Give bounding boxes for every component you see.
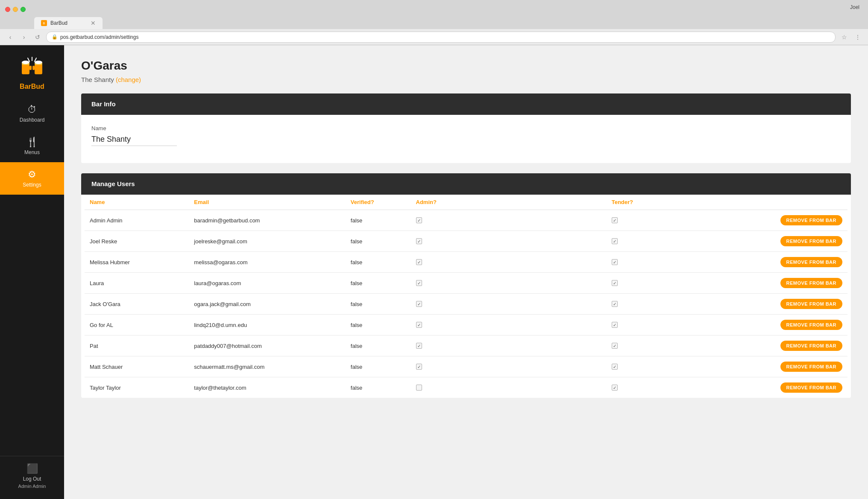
browser-titlebar: Joel — [0, 0, 868, 15]
sidebar: BarBud ⏱ Dashboard 🍴 Menus ⚙ Settings ⬛ … — [0, 45, 64, 499]
barbud-logo-icon — [18, 54, 46, 81]
tender-checkbox[interactable]: ✓ — [612, 385, 618, 391]
minimize-window-button[interactable] — [13, 7, 18, 12]
manage-users-header: Manage Users — [81, 173, 851, 195]
remove-from-bar-button[interactable]: REMOVE FROM BAR — [780, 362, 843, 372]
user-admin-cell: ✓ — [411, 336, 607, 356]
venue-name: The Shanty — [81, 76, 114, 83]
browser-tab-active[interactable]: B BarBud ✕ — [34, 17, 103, 29]
col-header-verified: Verified? — [346, 195, 411, 210]
remove-from-bar-button[interactable]: REMOVE FROM BAR — [780, 299, 843, 309]
app-container: BarBud ⏱ Dashboard 🍴 Menus ⚙ Settings ⬛ … — [0, 45, 868, 499]
user-action-cell: REMOVE FROM BAR — [737, 315, 847, 336]
col-header-admin: Admin? — [411, 195, 607, 210]
user-verified-cell: false — [346, 252, 411, 273]
tender-checkbox[interactable]: ✓ — [612, 280, 618, 286]
bar-info-body: Name — [81, 115, 851, 163]
user-name-cell: Laura — [85, 273, 189, 294]
tender-checkbox[interactable]: ✓ — [612, 343, 618, 349]
user-email-cell: ogara.jack@gmail.com — [189, 294, 346, 315]
tender-checkbox[interactable]: ✓ — [612, 322, 618, 328]
user-admin-cell: ✓ — [411, 273, 607, 294]
url-bar[interactable]: 🔒 pos.getbarbud.com/admin/settings — [46, 32, 836, 43]
browser-user-label: Joel — [850, 4, 859, 10]
user-name-cell: Melissa Hubmer — [85, 252, 189, 273]
remove-from-bar-button[interactable]: REMOVE FROM BAR — [780, 257, 843, 267]
sidebar-item-menus[interactable]: 🍴 Menus — [0, 130, 64, 162]
bar-name-field: Name — [91, 125, 841, 146]
table-row: Melissa Hubmer melissa@ogaras.com false … — [85, 252, 847, 273]
table-row: Go for AL lindq210@d.umn.edu false ✓ ✓ R… — [85, 315, 847, 336]
admin-checkbox[interactable]: ✓ — [416, 343, 422, 349]
bar-info-header: Bar Info — [81, 93, 851, 115]
user-verified-cell: false — [346, 294, 411, 315]
remove-from-bar-button[interactable]: REMOVE FROM BAR — [780, 320, 843, 330]
user-name-cell: Pat — [85, 336, 189, 356]
table-row: Joel Reske joelreske@gmail.com false ✓ ✓… — [85, 231, 847, 252]
extensions-button[interactable]: ⋮ — [853, 32, 863, 42]
user-action-cell: REMOVE FROM BAR — [737, 356, 847, 377]
col-header-email: Email — [189, 195, 346, 210]
logout-username: Admin Admin — [18, 484, 46, 489]
browser-toolbar: ‹ › ↺ 🔒 pos.getbarbud.com/admin/settings… — [0, 29, 868, 45]
tender-checkbox[interactable]: ✓ — [612, 364, 618, 370]
bar-name-input[interactable] — [91, 133, 177, 146]
sidebar-item-dashboard[interactable]: ⏱ Dashboard — [0, 97, 64, 130]
user-tender-cell: ✓ — [607, 377, 737, 398]
user-name-cell: Admin Admin — [85, 210, 189, 231]
sidebar-item-settings[interactable]: ⚙ Settings — [0, 162, 64, 195]
reload-button[interactable]: ↺ — [32, 32, 43, 42]
admin-checkbox[interactable]: ✓ — [416, 364, 422, 370]
user-tender-cell: ✓ — [607, 210, 737, 231]
user-name-cell: Taylor Taylor — [85, 377, 189, 398]
sidebar-brand-name: BarBud — [20, 83, 44, 90]
user-tender-cell: ✓ — [607, 273, 737, 294]
tab-close-button[interactable]: ✕ — [91, 20, 96, 26]
user-verified-cell: false — [346, 377, 411, 398]
admin-checkbox[interactable]: ✓ — [416, 322, 422, 328]
table-row: Admin Admin baradmin@getbarbud.com false… — [85, 210, 847, 231]
col-header-name: Name — [85, 195, 189, 210]
remove-from-bar-button[interactable]: REMOVE FROM BAR — [780, 278, 843, 288]
user-name-cell: Jack O'Gara — [85, 294, 189, 315]
user-action-cell: REMOVE FROM BAR — [737, 377, 847, 398]
admin-checkbox[interactable]: ✓ — [416, 238, 422, 244]
tender-checkbox[interactable]: ✓ — [612, 259, 618, 265]
sidebar-nav: ⏱ Dashboard 🍴 Menus ⚙ Settings — [0, 97, 64, 456]
user-admin-cell: ✓ — [411, 231, 607, 252]
tender-checkbox[interactable]: ✓ — [612, 238, 618, 244]
admin-checkbox[interactable] — [416, 385, 422, 391]
remove-from-bar-button[interactable]: REMOVE FROM BAR — [780, 215, 843, 225]
forward-button[interactable]: › — [19, 32, 29, 42]
maximize-window-button[interactable] — [21, 7, 26, 12]
change-venue-link[interactable]: (change) — [116, 76, 141, 83]
user-admin-cell: ✓ — [411, 252, 607, 273]
tender-checkbox[interactable]: ✓ — [612, 301, 618, 307]
bar-info-title: Bar Info — [91, 100, 116, 108]
user-action-cell: REMOVE FROM BAR — [737, 336, 847, 356]
user-verified-cell: false — [346, 356, 411, 377]
col-header-action — [737, 195, 847, 210]
user-verified-cell: false — [346, 231, 411, 252]
users-table-body: Admin Admin baradmin@getbarbud.com false… — [85, 210, 847, 398]
admin-checkbox[interactable]: ✓ — [416, 259, 422, 265]
main-content: O'Garas The Shanty (change) Bar Info Nam… — [64, 45, 868, 499]
admin-checkbox[interactable]: ✓ — [416, 280, 422, 286]
user-email-cell: taylor@thetaylor.com — [189, 377, 346, 398]
remove-from-bar-button[interactable]: REMOVE FROM BAR — [780, 382, 843, 393]
user-tender-cell: ✓ — [607, 336, 737, 356]
admin-checkbox[interactable]: ✓ — [416, 301, 422, 307]
remove-from-bar-button[interactable]: REMOVE FROM BAR — [780, 236, 843, 246]
user-email-cell: melissa@ogaras.com — [189, 252, 346, 273]
remove-from-bar-button[interactable]: REMOVE FROM BAR — [780, 341, 843, 351]
page-title: O'Garas — [81, 59, 851, 73]
svg-rect-4 — [35, 64, 42, 74]
tender-checkbox[interactable]: ✓ — [612, 217, 618, 223]
admin-checkbox[interactable]: ✓ — [416, 217, 422, 223]
back-button[interactable]: ‹ — [5, 32, 15, 42]
close-window-button[interactable] — [5, 7, 10, 12]
bookmark-button[interactable]: ☆ — [839, 32, 849, 42]
tab-favicon: B — [41, 20, 47, 26]
sidebar-logout[interactable]: ⬛ Log Out Admin Admin — [0, 456, 64, 499]
user-verified-cell: false — [346, 273, 411, 294]
